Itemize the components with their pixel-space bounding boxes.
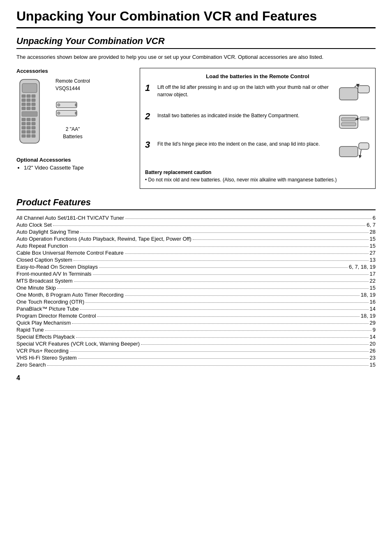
toc-dots — [125, 290, 360, 296]
feature-page: 13 — [370, 257, 376, 263]
feature-page: 18, 19 — [361, 292, 376, 298]
toc-row: Program Director Remote Control18, 19 — [16, 312, 376, 319]
main-title: Unpacking Your Combination VCR and Featu… — [16, 8, 376, 28]
feature-page: 9 — [373, 327, 376, 333]
toc-row: All Channel Auto Set/181-CH TV/CATV Tune… — [16, 214, 376, 221]
intro-text: The accessories shown below are provided… — [16, 53, 376, 61]
svg-rect-22 — [27, 126, 30, 129]
feature-name: Closed Caption System — [16, 257, 72, 263]
toc-row: Auto Operation Functions (Auto Playback,… — [16, 235, 376, 242]
feature-name: Program Director Remote Control — [16, 313, 96, 319]
toc-row: PanaBlack™ Picture Tube14 — [16, 305, 376, 312]
svg-rect-19 — [27, 122, 30, 125]
feature-page: 27 — [370, 250, 376, 256]
left-column: Accessories — [16, 68, 131, 189]
feature-page: 15 — [370, 285, 376, 291]
svg-rect-1 — [22, 84, 37, 93]
svg-rect-15 — [22, 118, 25, 121]
battery-caution: Battery replacement caution • Do not mix… — [145, 169, 370, 183]
svg-rect-7 — [32, 99, 35, 102]
toc-row: One Month, 8 Program Auto Timer Recordin… — [16, 291, 376, 298]
section2-title: Product Features — [16, 197, 376, 210]
feature-page: 20 — [370, 341, 376, 347]
svg-rect-3 — [27, 95, 30, 98]
feature-name: Easy-to-Read On Screen Displays — [16, 264, 98, 270]
battery-step-1: 1 Lift off the lid after pressing in and… — [145, 84, 370, 106]
svg-rect-16 — [27, 118, 30, 121]
toc-dots — [74, 255, 369, 261]
feature-page: 22 — [370, 278, 376, 284]
svg-rect-34 — [75, 112, 77, 114]
toc-row: One Touch Recording (OTR)16 — [16, 298, 376, 305]
toc-dots — [80, 228, 368, 233]
svg-rect-4 — [32, 95, 35, 98]
feature-name: All Channel Auto Set/181-CH TV/CATV Tune… — [16, 215, 124, 221]
svg-rect-24 — [22, 130, 25, 133]
feature-page: 29 — [370, 320, 376, 326]
feature-name: Special VCR Features (VCR Lock, Warning … — [16, 341, 140, 347]
toc-row: Rapid Tune9 — [16, 326, 376, 333]
feature-name: Auto Operation Functions (Auto Playback,… — [16, 236, 191, 242]
toc-dots — [193, 235, 369, 240]
feature-name: Special Effects Playback — [16, 334, 75, 340]
feature-name: Rapid Tune — [16, 327, 44, 333]
feature-name: One Touch Recording (OTR) — [16, 299, 84, 305]
toc-row: Cable Box Universal Remote Control Featu… — [16, 249, 376, 256]
feature-name: Front-mounted A/V In Terminals — [16, 271, 92, 277]
svg-rect-21 — [22, 126, 25, 129]
svg-rect-18 — [22, 122, 25, 125]
feature-page: 6 — [373, 215, 376, 221]
svg-rect-39 — [341, 118, 356, 121]
feature-page: 6, 7, 18, 19 — [349, 264, 376, 270]
unpacking-layout: Accessories — [16, 68, 376, 189]
toc-dots — [53, 221, 365, 226]
toc-row: Front-mounted A/V In Terminals17 — [16, 270, 376, 277]
features-section: All Channel Auto Set/181-CH TV/CATV Tune… — [16, 214, 376, 368]
toc-row: MTS Broadcast System22 — [16, 277, 376, 284]
feature-name: Auto Clock Set — [16, 222, 52, 228]
feature-name: Auto Daylight Saving Time — [16, 229, 79, 235]
toc-dots — [141, 339, 368, 345]
optional-accessories-label: Optional Accessories — [16, 157, 131, 163]
toc-dots — [45, 325, 371, 331]
toc-dots — [99, 262, 348, 268]
svg-rect-25 — [27, 130, 30, 133]
feature-page: 26 — [370, 348, 376, 354]
optional-accessories-item: 1/2" Video Cassette Tape — [24, 165, 131, 171]
step1-number: 1 — [145, 84, 154, 93]
battery-box-title: Load the batteries in the Remote Control — [145, 73, 370, 79]
feature-page: 15 — [370, 243, 376, 249]
step1-image — [337, 84, 370, 106]
battery-instructions-box: Load the batteries in the Remote Control… — [140, 68, 376, 189]
svg-rect-8 — [22, 103, 25, 106]
toc-dots — [93, 269, 369, 275]
section1-title: Unpacking Your Combination VCR — [16, 36, 376, 49]
toc-dots — [69, 241, 369, 247]
accessories-label: Accessories — [16, 68, 131, 74]
feature-page: 18, 19 — [361, 313, 376, 319]
toc-row: Special Effects Playback14 — [16, 333, 376, 340]
step1-text: Lift off the lid after pressing in and u… — [157, 84, 334, 98]
svg-rect-20 — [32, 122, 35, 125]
svg-point-35 — [58, 112, 60, 114]
feature-page: 23 — [370, 355, 376, 361]
svg-rect-10 — [32, 103, 35, 106]
caution-text: • Do not mix old and new batteries. (Als… — [145, 176, 370, 183]
toc-dots — [70, 346, 369, 352]
svg-rect-28 — [27, 135, 30, 137]
feature-page: 15 — [370, 236, 376, 242]
feature-name: One Minute Skip — [16, 285, 56, 291]
toc-row: Auto Clock Set6, 7 — [16, 221, 376, 228]
feature-page: 17 — [370, 271, 376, 277]
remote-label: Remote Control VSQS1444 — [55, 77, 90, 92]
step3-text: Fit the lid's hinge piece into the inden… — [157, 140, 334, 148]
toc-dots — [74, 276, 369, 282]
toc-dots — [80, 304, 369, 310]
caution-title: Battery replacement caution — [145, 169, 370, 176]
svg-rect-40 — [341, 123, 356, 126]
toc-dots — [76, 332, 368, 338]
feature-name: Zero Search — [16, 362, 46, 368]
toc-row: Special VCR Features (VCR Lock, Warning … — [16, 340, 376, 347]
feature-page: 16 — [370, 299, 376, 305]
svg-rect-17 — [32, 118, 35, 121]
